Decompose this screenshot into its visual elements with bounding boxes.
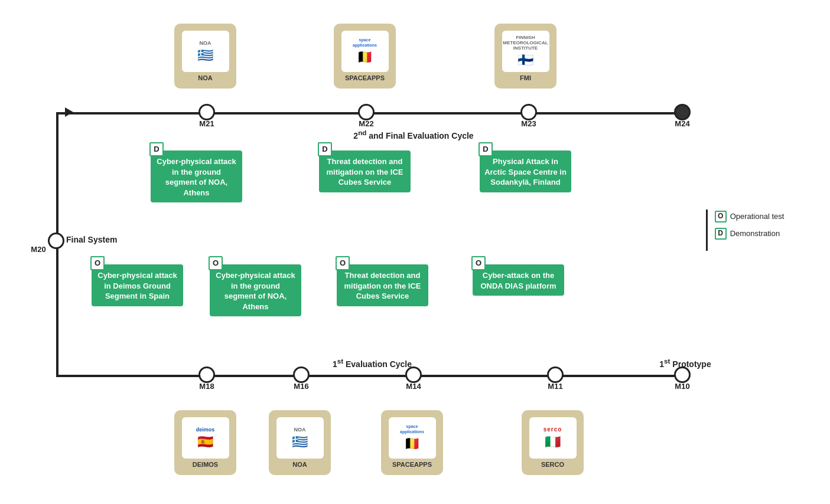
- logo-fmi-top-label: FMI: [520, 74, 531, 81]
- bottom-box-4-badge: O: [471, 256, 486, 270]
- node-M16: [293, 366, 310, 383]
- legend-label-o: Operational test: [730, 210, 785, 223]
- logo-noa-bottom: NOA 🇬🇷 NOA: [269, 410, 331, 475]
- node-M24: [674, 104, 691, 120]
- logo-deimos: deimos 🇪🇸 DEIMOS: [174, 410, 236, 475]
- bottom-box-2-badge: O: [209, 256, 223, 270]
- label-M16: M16: [294, 382, 308, 391]
- node-M20: [48, 233, 64, 249]
- legend-badge-o: O: [715, 211, 727, 222]
- bottom-left-vline: [56, 241, 58, 376]
- logo-noa-top: NOA 🇬🇷 NOA: [174, 24, 236, 89]
- logo-deimos-label: DEIMOS: [193, 461, 218, 468]
- logo-spaceapps-bottom-label: SPACEAPPS: [392, 461, 432, 468]
- logo-spaceapps-top-label: SPACEAPPS: [345, 74, 385, 81]
- canvas: M21 M22 M23 M24 M20 Final System 2nd and…: [0, 0, 830, 504]
- legend-label-d: Demonstration: [730, 227, 780, 240]
- top-box-1: D Cyber-physical attack in the ground se…: [151, 150, 242, 202]
- top-box-2: D Threat detection and mitigation on the…: [319, 150, 411, 192]
- final-system-label: Final System: [66, 235, 117, 244]
- bottom-box-1: O Cyber-physical attack in Deimos Ground…: [92, 264, 183, 306]
- label-M14: M14: [406, 382, 421, 391]
- bottom-box-1-badge: O: [90, 256, 105, 270]
- label-M10: M10: [675, 382, 689, 391]
- top-arrow-right: [65, 107, 73, 117]
- label-M21: M21: [199, 119, 214, 128]
- label-M11: M11: [548, 382, 562, 391]
- label-M24: M24: [675, 119, 689, 128]
- top-box-3-badge: D: [479, 142, 493, 156]
- label-M23: M23: [521, 119, 536, 128]
- label-M22: M22: [359, 119, 373, 128]
- node-M18: [198, 366, 215, 383]
- logo-spaceapps-top: spaceapplications 🇧🇪 SPACEAPPS: [334, 24, 396, 89]
- node-M14: [405, 366, 422, 383]
- node-M22: [358, 104, 375, 120]
- label-M18: M18: [199, 382, 214, 391]
- legend-badge-d: D: [715, 228, 727, 240]
- legend: O Operational test D Demonstration: [706, 210, 784, 251]
- top-box-1-badge: D: [149, 142, 164, 156]
- bottom-box-4: O Cyber-attack on the ONDA DIAS platform: [473, 264, 564, 296]
- top-left-vline: [56, 112, 58, 242]
- bottom-box-2: O Cyber-physical attack in the ground se…: [210, 264, 301, 316]
- logo-spaceapps-bottom: spaceapplications 🇧🇪 SPACEAPPS: [381, 410, 443, 475]
- logo-noa-bottom-label: NOA: [292, 461, 307, 468]
- logo-serco: serco 🇮🇹 SERCO: [522, 410, 584, 475]
- bottom-timeline-line: [56, 375, 683, 377]
- top-box-3: D Physical Attack in Arctic Space Centre…: [480, 150, 571, 192]
- node-M10: [674, 366, 691, 383]
- bottom-box-3: O Threat detection and mitigation on the…: [337, 264, 428, 306]
- top-box-2-badge: D: [318, 142, 332, 156]
- top-cycle-label: 2nd and Final Evaluation Cycle: [325, 129, 502, 140]
- logo-fmi-top: FINNISHMETEOROLOGICALINSTITUTE 🇫🇮 FMI: [494, 24, 556, 89]
- label-M20: M20: [31, 245, 45, 254]
- logo-serco-label: SERCO: [541, 461, 564, 468]
- bottom-cycle-label: 1st Evaluation Cycle: [284, 357, 461, 369]
- node-M11: [547, 366, 564, 383]
- logo-noa-top-label: NOA: [198, 74, 212, 81]
- node-M23: [520, 104, 537, 120]
- bottom-box-3-badge: O: [336, 256, 350, 270]
- node-M21: [198, 104, 215, 120]
